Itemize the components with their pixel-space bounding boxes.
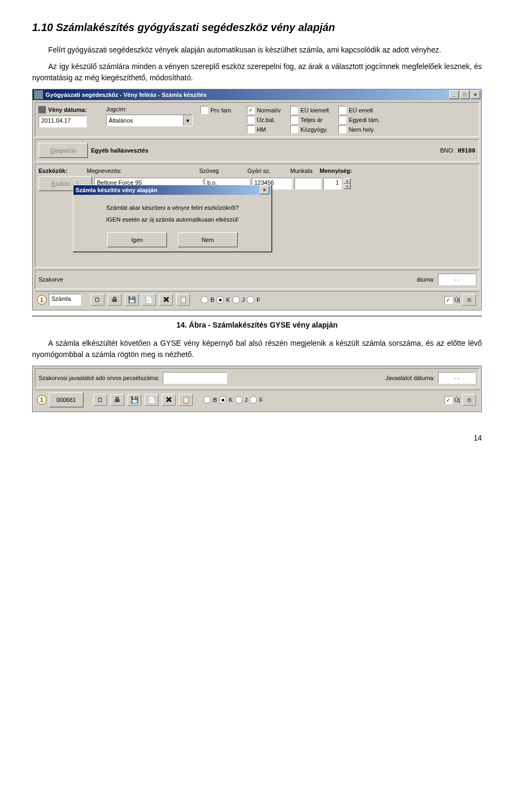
col-mennyiseg: Mennyiség: (320, 168, 352, 174)
dialog-text-1: Számlát akar készíteni a vényre felírt e… (82, 204, 263, 211)
dialog-text-2: IGEN esetén az új számla automatikusan e… (82, 216, 263, 223)
close-button[interactable]: × (471, 90, 480, 99)
col-megnevezes: Megnevezés: (87, 168, 199, 174)
dialog-close-button[interactable]: × (260, 186, 269, 194)
jogcim-label: Jogcím: (106, 106, 197, 112)
chk-egyeditam[interactable]: Egyedi tám. (338, 116, 380, 124)
radio-b[interactable]: B (201, 296, 214, 303)
chevron-down-icon[interactable]: ▾ (183, 115, 192, 126)
pecsetszam-input[interactable] (163, 372, 227, 384)
delete-icon[interactable]: 🗙 (159, 294, 173, 306)
circled-1-icon-2: 1 (37, 395, 47, 405)
tool-icon-1[interactable]: 📄 (142, 294, 156, 306)
szakorvos-pecset-label: Szakorvosi javaslatot adó orvos pecsétsz… (39, 375, 160, 381)
chk-uzbal[interactable]: Üz.bal. (247, 116, 281, 124)
maximize-button[interactable]: □ (460, 90, 470, 99)
exit-icon[interactable]: ⎋ (462, 294, 476, 306)
radio-f[interactable]: F (247, 296, 260, 303)
mennyiseg-spinner[interactable]: ▲▼ (344, 178, 351, 189)
datum-input[interactable]: . . (438, 274, 475, 285)
col-munkalap: Munkala (290, 168, 320, 174)
jogcim-select[interactable]: Általános ▾ (106, 115, 193, 126)
eszkozok-label: Eszközök: (39, 168, 87, 174)
nem-button[interactable]: Nem (178, 232, 238, 247)
radio-j-2[interactable]: J (235, 396, 248, 404)
szakorvos-label-cut: Szakorve (39, 276, 63, 283)
atuma-label-cut: átuma: (417, 276, 435, 283)
new-icon-2[interactable]: 🗋 (93, 394, 107, 406)
chk-hm[interactable]: HM (247, 125, 281, 133)
chk-normativ[interactable]: ✓Normatív (247, 106, 281, 114)
radio-k[interactable]: K (216, 296, 230, 303)
veny-datuma-label: Vény dátuma: (48, 107, 87, 113)
circled-1-icon: 1 (37, 295, 47, 305)
szamla-label-box: Számla (49, 294, 81, 306)
col-gyarisz: Gyári sz. (247, 168, 290, 174)
delete-icon-2[interactable]: 🗙 (162, 394, 176, 406)
panel-eszkozok: Eszközök: Megnevezés: Szöveg Gyári sz. M… (35, 164, 479, 268)
page-number: 14 (32, 434, 482, 442)
app-icon (34, 90, 43, 100)
window-snippet: Szakorvosi javaslatot adó orvos pecsétsz… (32, 366, 482, 412)
chk-eu-kiemelt[interactable]: EÜ kiemelt (290, 106, 329, 114)
chk-uj[interactable]: ✓Új (444, 296, 460, 304)
chk-eu-emelt[interactable]: EÜ emelt (338, 106, 380, 114)
toolbar: 1 Számla 🗋 🖶 💾 📄 🗙 📋 B K J F ✓Új ⎋ (35, 291, 479, 308)
radio-b-2[interactable]: B (203, 396, 217, 404)
tool-icon-4[interactable]: 📋 (179, 394, 193, 406)
radio-k-2[interactable]: K (219, 396, 232, 404)
new-icon[interactable]: 🗋 (90, 294, 104, 306)
window-title: Gyógyászati segédeszköz - Vény felírás -… (46, 92, 207, 98)
bno-label: BNO: (440, 147, 455, 154)
paragraph-3: A számla elkészültét követően a GYSE vén… (32, 338, 482, 360)
panel-top: Vény dátuma: 2011.04.17 Jogcím: Általáno… (35, 102, 479, 137)
window-gyse-veny: Gyógyászati segédeszköz - Vény felírás -… (32, 89, 482, 310)
barcode-icon (39, 106, 46, 113)
toolbar-2: 1 000681 🗋 🖶 💾 📄 🗙 📋 B K J F ✓Új ⎋ (35, 390, 479, 409)
section-heading: 1.10 Számlakészítés gyógyászati segédesz… (32, 21, 482, 34)
eszkoz-munkalap-input[interactable] (294, 178, 321, 189)
save-icon[interactable]: 💾 (125, 294, 139, 306)
javaslat-datuma-label: Javaslatot dátuma: (386, 375, 435, 381)
dialog-szamlakeszites: Számla készítés vény alapján × Számlát a… (73, 185, 272, 252)
igen-button[interactable]: Igen (107, 232, 167, 247)
chk-nemhely[interactable]: Nem hely. (338, 125, 380, 133)
chk-uj-2[interactable]: ✓Új (444, 396, 460, 404)
profam-checkbox[interactable]: Pro fam. (200, 106, 233, 114)
diagnozis-value: Egyéb hallásvesztés (91, 147, 437, 154)
eszkoz-mennyiseg-input[interactable]: 1 (323, 178, 342, 189)
titlebar: Gyógyászati segédeszköz - Vény felírás -… (33, 89, 481, 100)
javaslat-datum-input[interactable]: . . (438, 372, 475, 384)
paragraph-2: Az így készülő számlára minden a vényen … (32, 61, 482, 84)
minimize-button[interactable]: _ (449, 90, 459, 99)
save-icon-2[interactable]: 💾 (127, 394, 141, 406)
dialog-title: Számla készítés vény alapján × (73, 185, 271, 195)
radio-j[interactable]: J (232, 296, 245, 303)
panel-diagnosis: Diagnózis Egyéb hallásvesztés BNO: H9180 (35, 139, 479, 162)
figure-caption-14: 14. Ábra - Számlakészítés GYSE vény alap… (32, 321, 482, 329)
tool-icon-3[interactable]: 📄 (145, 394, 158, 406)
panel-szakorvos-2: Szakorvosi javaslatot adó orvos pecsétsz… (35, 368, 479, 388)
panel-szakorvos: Szakorve átuma: . . (35, 270, 479, 289)
bno-value: H9180 (458, 147, 475, 154)
tamogatasi-grid: ✓Normatív EÜ kiemelt EÜ emelt Üz.bal. Te… (247, 106, 380, 133)
diagnozis-button[interactable]: Diagnózis (39, 143, 88, 158)
tool-icon-2[interactable]: 📋 (176, 294, 190, 306)
veny-datuma-input[interactable]: 2011.04.17 (39, 116, 87, 127)
szamla-number-button[interactable]: 000681 (49, 392, 84, 407)
print-icon-2[interactable]: 🖶 (110, 394, 124, 406)
chk-kozgyogy[interactable]: Közgyógy. (290, 125, 329, 133)
exit-icon-2[interactable]: ⎋ (462, 394, 476, 406)
paragraph-1: Felírt gyógyászati segédeszköz vények al… (32, 44, 482, 56)
print-icon[interactable]: 🖶 (108, 294, 122, 306)
radio-f-2[interactable]: F (250, 396, 263, 404)
chk-teljesar[interactable]: Teljes ár (290, 116, 329, 124)
col-szoveg: Szöveg (199, 168, 247, 174)
